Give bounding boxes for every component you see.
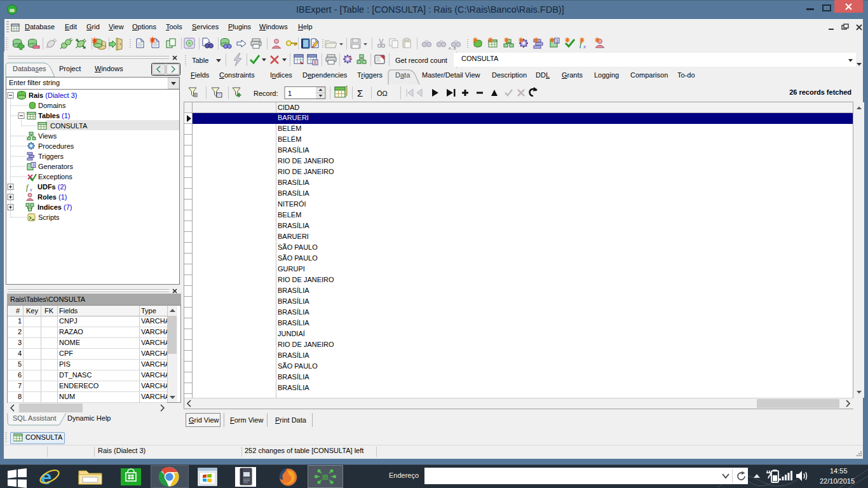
- svg-text:A→B: A→B: [449, 46, 456, 50]
- svg-text:IB: IB: [10, 8, 15, 13]
- svg-text:f: f: [26, 183, 29, 192]
- svg-text:Σ: Σ: [357, 88, 363, 98]
- svg-text:3: 3: [32, 163, 35, 167]
- svg-text:1: 1: [288, 90, 292, 97]
- svg-text:Record:: Record:: [254, 90, 278, 97]
- svg-text:x: x: [29, 187, 32, 193]
- svg-text:Get record count: Get record count: [395, 57, 447, 64]
- svg-text:x: x: [583, 43, 586, 50]
- svg-text:IB: IB: [322, 474, 329, 481]
- svg-text:3: 3: [556, 39, 559, 43]
- svg-text:Table: Table: [192, 57, 208, 64]
- svg-text:ÖΩ: ÖΩ: [377, 90, 388, 97]
